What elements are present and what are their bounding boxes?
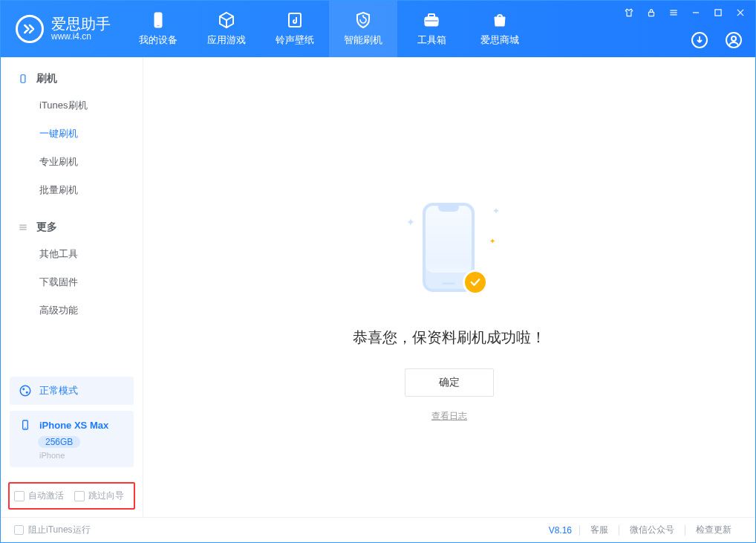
device-icon: [19, 418, 32, 432]
svg-point-16: [731, 36, 736, 41]
statusbar-link-update[interactable]: 检查更新: [685, 524, 742, 536]
sidebar-item-pro-flash[interactable]: 专业刷机: [1, 148, 143, 176]
sidebar-item-onekey-flash[interactable]: 一键刷机: [1, 120, 143, 148]
svg-rect-5: [425, 20, 438, 22]
tab-ringtone[interactable]: 铃声壁纸: [261, 1, 329, 57]
maximize-button[interactable]: [712, 7, 724, 19]
tab-toolbox[interactable]: 工具箱: [397, 1, 466, 57]
svg-rect-1: [157, 25, 160, 27]
list-icon: [17, 221, 29, 233]
highlighted-checkbox-row: 自动激活 跳过向导: [8, 482, 135, 510]
section-title: 刷机: [36, 72, 57, 85]
statusbar-link-support[interactable]: 客服: [580, 524, 619, 536]
phone-icon: [149, 11, 167, 29]
checkbox-label: 跳过向导: [88, 490, 124, 502]
user-button[interactable]: [724, 30, 743, 50]
statusbar: 阻止iTunes运行 V8.16 客服 微信公众号 检查更新: [1, 517, 755, 542]
svg-rect-11: [715, 10, 721, 16]
main-content: ✦ ✦ ✦ 恭喜您，保资料刷机成功啦！ 确定 查看日志: [143, 57, 755, 517]
version-label: V8.16: [549, 525, 572, 536]
body: 刷机 iTunes刷机 一键刷机 专业刷机 批量刷机 更多 其他工具 下载固件 …: [1, 57, 755, 517]
confirm-button[interactable]: 确定: [405, 368, 494, 397]
svg-point-21: [20, 386, 30, 396]
minimize-button[interactable]: [690, 7, 702, 19]
sidebar-item-batch-flash[interactable]: 批量刷机: [1, 176, 143, 204]
close-button[interactable]: [734, 7, 746, 19]
device-card[interactable]: iPhone XS Max 256GB iPhone: [10, 411, 134, 467]
svg-point-25: [25, 427, 25, 428]
cube-icon: [218, 11, 235, 29]
sidebar-device-block: 正常模式 iPhone XS Max 256GB iPhone: [1, 377, 143, 478]
svg-point-22: [22, 388, 25, 390]
tab-apps[interactable]: 应用游戏: [192, 1, 261, 57]
device-subtype: iPhone: [39, 451, 125, 460]
sidebar-item-itunes-flash[interactable]: iTunes刷机: [1, 91, 143, 120]
view-log-link[interactable]: 查看日志: [431, 410, 467, 423]
device-mode-card[interactable]: 正常模式: [10, 377, 134, 405]
window-controls-top: [623, 7, 746, 19]
checkbox-icon: [14, 491, 25, 501]
tab-store[interactable]: 爱思商城: [466, 1, 534, 57]
shield-refresh-icon: [354, 11, 372, 29]
checkbox-icon: [74, 491, 85, 501]
checkbox-skip-guide[interactable]: 跳过向导: [74, 490, 124, 502]
checkbox-block-itunes[interactable]: 阻止iTunes运行: [14, 524, 91, 536]
device-capacity: 256GB: [38, 436, 80, 448]
tab-label: 铃声壁纸: [276, 33, 314, 47]
success-message: 恭喜您，保资料刷机成功啦！: [353, 328, 546, 348]
app-url: www.i4.cn: [51, 31, 111, 42]
logo-text: 爱思助手 www.i4.cn: [51, 16, 111, 42]
menu-icon[interactable]: [668, 7, 680, 19]
success-illustration: ✦ ✦ ✦: [397, 198, 501, 302]
sidebar-section-more: 更多: [1, 216, 143, 240]
svg-rect-6: [649, 12, 654, 16]
tab-label: 智能刷机: [344, 33, 382, 47]
sidebar-nav: 刷机 iTunes刷机 一键刷机 专业刷机 批量刷机 更多 其他工具 下载固件 …: [1, 57, 143, 377]
bag-icon: [491, 11, 509, 29]
checkbox-icon: [14, 525, 24, 535]
tab-label: 工具箱: [417, 33, 446, 47]
tab-smart-flash[interactable]: 智能刷机: [329, 1, 397, 57]
checkbox-label: 自动激活: [28, 490, 64, 502]
sidebar-item-other-tools[interactable]: 其他工具: [1, 240, 143, 268]
tab-label: 爱思商城: [480, 33, 519, 47]
mode-icon: [19, 384, 32, 397]
sidebar-section-flash: 刷机: [1, 68, 143, 91]
top-tabs: 我的设备 应用游戏 铃声壁纸 智能刷机 工具箱 爱思商城: [124, 1, 534, 57]
tab-label: 我的设备: [139, 33, 177, 47]
header-action-buttons: [690, 30, 743, 50]
titlebar: 爱思助手 www.i4.cn 我的设备 应用游戏 铃声壁纸 智能刷机 工具箱 爱…: [1, 1, 755, 57]
checkbox-auto-activate[interactable]: 自动激活: [14, 490, 64, 502]
statusbar-link-wechat[interactable]: 微信公众号: [619, 524, 685, 536]
app-name: 爱思助手: [51, 16, 111, 31]
sparkle-icon: ✦: [489, 237, 495, 245]
logo-icon: [16, 15, 44, 43]
svg-point-23: [26, 391, 28, 394]
download-button[interactable]: [690, 30, 709, 50]
section-title: 更多: [36, 221, 57, 234]
shirt-icon[interactable]: [623, 7, 635, 19]
device-model: iPhone XS Max: [39, 420, 108, 431]
music-icon: [286, 11, 304, 29]
svg-rect-4: [428, 14, 434, 17]
checkbox-label: 阻止iTunes运行: [28, 524, 91, 536]
svg-rect-17: [21, 75, 25, 83]
tab-my-device[interactable]: 我的设备: [124, 1, 192, 57]
success-check-icon: [463, 270, 488, 295]
sparkle-icon: ✦: [492, 206, 500, 216]
phone-outline-icon: [17, 73, 29, 85]
sidebar-item-advanced[interactable]: 高级功能: [1, 296, 143, 325]
device-mode-label: 正常模式: [39, 384, 78, 397]
sparkle-icon: ✦: [406, 216, 415, 228]
tab-label: 应用游戏: [207, 33, 246, 47]
sidebar-item-download-firmware[interactable]: 下载固件: [1, 268, 143, 296]
sidebar: 刷机 iTunes刷机 一键刷机 专业刷机 批量刷机 更多 其他工具 下载固件 …: [1, 57, 143, 517]
app-logo: 爱思助手 www.i4.cn: [1, 1, 124, 57]
toolbox-icon: [423, 11, 440, 29]
lock-icon[interactable]: [645, 7, 657, 19]
